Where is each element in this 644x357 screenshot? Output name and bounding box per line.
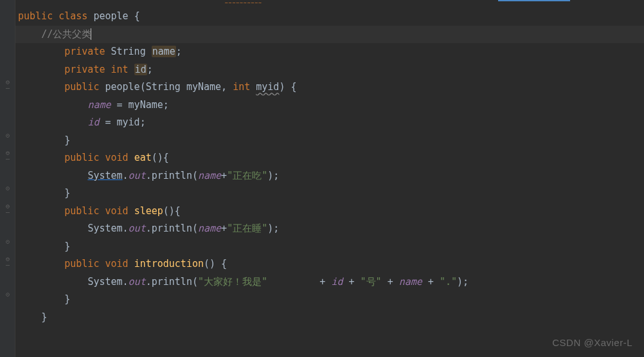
token: myid: [256, 81, 279, 93]
token: }: [64, 241, 70, 252]
token: ".": [440, 276, 457, 288]
token: {: [163, 152, 169, 163]
token: System: [87, 170, 122, 181]
token: void: [105, 258, 128, 270]
token: private: [64, 46, 105, 57]
token: public: [64, 81, 99, 93]
code-line[interactable]: //公共父类: [15, 26, 644, 44]
token: String: [146, 81, 181, 93]
token: (: [192, 170, 198, 181]
token: out: [129, 170, 146, 181]
token: [129, 10, 134, 22]
token: id: [331, 276, 343, 288]
token: [422, 276, 428, 288]
code-line[interactable]: }: [15, 291, 644, 309]
token: out: [129, 276, 146, 288]
token: class: [58, 10, 87, 22]
code-line[interactable]: System.out.println("大家好！我是" + id + "号" +…: [15, 273, 644, 291]
token: [227, 81, 233, 93]
code-editor[interactable]: public class people { //公共父类 private Str…: [15, 0, 644, 357]
token: name: [87, 99, 111, 111]
token: myName: [129, 99, 163, 111]
token: public: [64, 152, 99, 163]
token: +: [319, 276, 325, 288]
code-line[interactable]: System.out.println(name+"正在吃");: [15, 167, 644, 185]
token: ;: [140, 116, 146, 128]
code-line[interactable]: private int id;: [15, 61, 644, 79]
fold-icon[interactable]: —: [4, 155, 12, 163]
token: "正在睡": [227, 223, 267, 234]
token: }: [64, 293, 70, 305]
token: [129, 152, 134, 163]
token: [181, 81, 186, 93]
token: [129, 205, 134, 217]
token: id: [87, 116, 99, 128]
token: .: [123, 223, 129, 234]
code-line[interactable]: private String name;: [15, 43, 644, 61]
token: [355, 276, 361, 288]
token: (: [204, 258, 210, 270]
token: int: [233, 81, 250, 93]
token: [129, 64, 134, 75]
code-line[interactable]: }: [15, 309, 644, 327]
token: (: [140, 81, 146, 93]
token: [393, 276, 399, 288]
token: name: [198, 170, 221, 181]
token: System: [87, 276, 122, 288]
token: ): [457, 276, 463, 288]
fold-icon[interactable]: ⊝: [4, 291, 12, 298]
token: ;: [273, 170, 279, 181]
token: ): [210, 258, 215, 270]
token: name: [198, 223, 221, 234]
token: (: [163, 205, 169, 217]
token: .: [123, 170, 129, 181]
fold-icon[interactable]: —: [4, 208, 12, 216]
token: [434, 276, 440, 288]
code-line[interactable]: }: [15, 238, 644, 256]
token: //公共父类: [41, 28, 91, 40]
token: +: [221, 223, 227, 234]
token: ;: [273, 223, 279, 234]
token: [53, 10, 58, 22]
token: println: [152, 223, 192, 234]
token: [111, 99, 117, 111]
fold-icon[interactable]: ⊝: [4, 238, 12, 246]
token: private: [64, 64, 105, 75]
token: out: [129, 223, 146, 234]
token: +: [388, 276, 393, 288]
code-line[interactable]: System.out.println(name+"正在睡");: [15, 220, 644, 238]
token: +: [428, 276, 434, 288]
token: "大家好！我是": [198, 276, 267, 288]
token: people: [105, 81, 139, 93]
token: [129, 258, 134, 270]
token: public: [64, 205, 99, 217]
token: .: [123, 276, 129, 288]
code-line[interactable]: name = myName;: [15, 96, 644, 114]
token: =: [117, 99, 123, 111]
token: }: [64, 187, 70, 199]
token: .: [146, 223, 152, 234]
token: ;: [463, 276, 469, 288]
code-line[interactable]: public void eat(){: [15, 149, 644, 167]
token: (: [192, 223, 198, 234]
code-line[interactable]: }: [15, 132, 644, 150]
fold-icon[interactable]: ⊝: [4, 132, 12, 140]
token: [267, 276, 319, 288]
code-line[interactable]: public void sleep(){: [15, 203, 644, 221]
fold-icon[interactable]: —: [4, 84, 12, 92]
token: [215, 258, 221, 270]
token: ;: [176, 46, 182, 57]
code-line[interactable]: }: [15, 185, 644, 203]
token: void: [105, 152, 128, 163]
token: "正在吃": [227, 170, 267, 181]
code-line[interactable]: public class people {: [15, 8, 644, 26]
token: public: [18, 10, 53, 22]
fold-icon[interactable]: —: [4, 261, 12, 269]
fold-icon[interactable]: ⊝: [4, 185, 12, 192]
token: +: [221, 170, 227, 181]
code-line[interactable]: public void introduction() {: [15, 255, 644, 273]
token: myName: [186, 81, 221, 93]
code-line[interactable]: public people(String myName, int myid) {: [15, 78, 644, 96]
token: eat: [134, 152, 152, 163]
code-line[interactable]: id = myid;: [15, 114, 644, 132]
